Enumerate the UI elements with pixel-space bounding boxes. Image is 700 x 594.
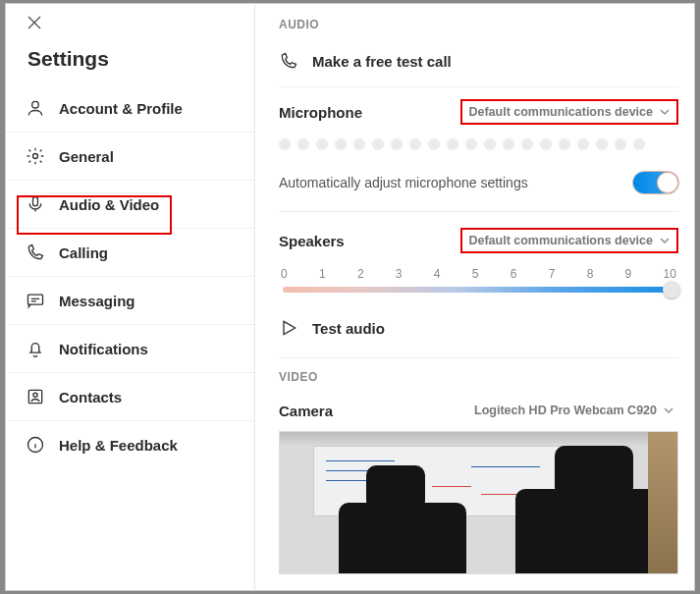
microphone-dropdown[interactable]: Default communications device	[460, 99, 678, 125]
main-panel: AUDIO Make a free test call Microphone D…	[255, 4, 694, 590]
sidebar-item-label: Audio & Video	[59, 196, 159, 213]
sidebar-item-label: Account & Profile	[59, 100, 183, 117]
auto-adjust-toggle[interactable]	[633, 172, 678, 193]
page-title: Settings	[6, 39, 254, 84]
svg-rect-3	[28, 295, 43, 304]
speakers-dropdown[interactable]: Default communications device	[460, 228, 678, 253]
sidebar-item-contacts[interactable]: Contacts	[6, 373, 254, 421]
person-icon	[26, 98, 45, 118]
sidebar-item-label: Messaging	[59, 293, 135, 309]
contacts-icon	[26, 387, 45, 406]
camera-preview	[279, 431, 678, 574]
sidebar-item-account-profile[interactable]: Account & Profile	[6, 84, 254, 133]
chevron-down-icon	[659, 106, 671, 118]
chevron-down-icon	[659, 235, 671, 246]
svg-point-0	[32, 101, 39, 108]
speakers-label: Speakers	[279, 233, 345, 249]
camera-dropdown[interactable]: Logitech HD Pro Webcam C920	[470, 400, 678, 421]
close-icon[interactable]	[27, 16, 41, 29]
microphone-level-meter	[279, 131, 678, 164]
sidebar-item-general[interactable]: General	[6, 133, 254, 181]
sidebar-item-label: Notifications	[59, 341, 148, 357]
video-section-label: VIDEO	[279, 370, 678, 384]
info-icon	[26, 435, 45, 455]
test-audio-row[interactable]: Test audio	[279, 312, 678, 353]
phone-outline-icon	[279, 51, 298, 71]
sidebar-item-label: Contacts	[59, 389, 122, 405]
camera-selected: Logitech HD Pro Webcam C920	[474, 404, 657, 417]
svg-rect-2	[33, 197, 38, 206]
sidebar-item-messaging[interactable]: Messaging	[6, 277, 254, 325]
test-call-row[interactable]: Make a free test call	[279, 41, 678, 87]
settings-window: Settings Account & Profile General Audio…	[6, 4, 694, 590]
svg-point-1	[33, 154, 38, 159]
sidebar-item-audio-video[interactable]: Audio & Video	[6, 181, 254, 229]
microphone-icon	[26, 194, 45, 214]
sidebar-item-label: General	[59, 148, 114, 165]
camera-label: Camera	[279, 403, 333, 419]
sidebar-item-calling[interactable]: Calling	[6, 229, 254, 277]
audio-section-label: AUDIO	[279, 18, 678, 31]
message-icon	[26, 291, 45, 310]
svg-point-5	[33, 393, 37, 397]
speakers-selected: Default communications device	[468, 234, 653, 247]
sidebar: Settings Account & Profile General Audio…	[6, 4, 255, 590]
microphone-selected: Default communications device	[468, 105, 653, 119]
sidebar-item-help-feedback[interactable]: Help & Feedback	[6, 421, 254, 468]
gear-icon	[26, 146, 45, 166]
play-icon	[279, 318, 298, 338]
volume-slider-knob[interactable]	[663, 281, 680, 298]
bell-icon	[26, 339, 45, 358]
volume-slider[interactable]	[283, 287, 674, 293]
test-audio-label: Test audio	[312, 320, 385, 337]
sidebar-item-notifications[interactable]: Notifications	[6, 325, 254, 373]
microphone-label: Microphone	[279, 104, 362, 121]
sidebar-item-label: Calling	[59, 244, 108, 261]
sidebar-item-label: Help & Feedback	[59, 437, 178, 454]
test-call-label: Make a free test call	[312, 53, 452, 70]
auto-adjust-label: Automatically adjust microphone settings	[279, 175, 528, 190]
phone-icon	[26, 243, 45, 262]
volume-scale-labels: 012345678910	[279, 259, 678, 283]
chevron-down-icon	[663, 405, 674, 416]
